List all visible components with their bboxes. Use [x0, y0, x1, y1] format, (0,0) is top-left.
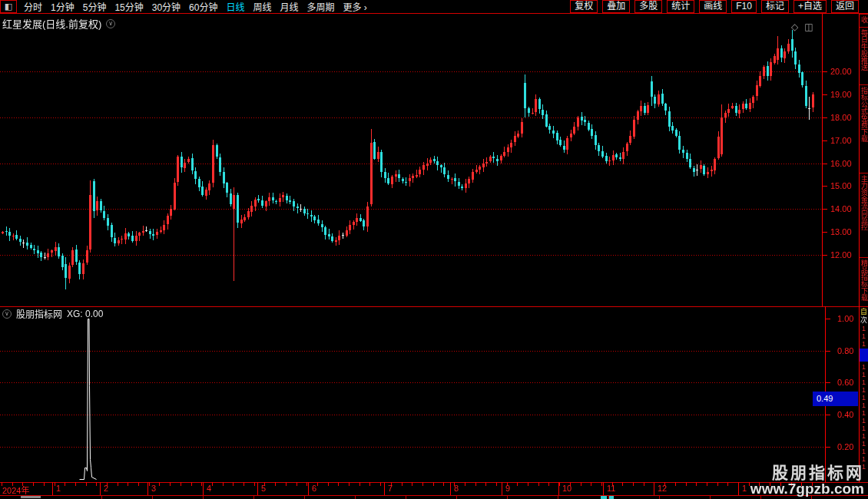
sidebar-vertical-link[interactable]: 每日牛股推送 [860, 27, 868, 84]
sidebar-rank-mark: 1 [860, 340, 868, 348]
indicator-axis-label: 1.00 [837, 314, 859, 323]
month-label: 2 [104, 484, 108, 493]
price-axis-label: 20.00 [830, 67, 856, 76]
month-label: 3 [151, 484, 156, 493]
watermark-url: www.7gpzb.com [750, 481, 864, 497]
sidebar-rank-mark: 1 [860, 325, 868, 332]
sidebar-rank-mark: 1 [860, 363, 868, 371]
chart-corner-icons: ◇ ◫ [791, 21, 813, 32]
month-label: 12 [658, 484, 667, 493]
sidebar-rank-mark: 1 [860, 455, 868, 463]
period-tab[interactable]: 分时 [24, 0, 42, 13]
split-view-icon: ◧ [5, 2, 12, 12]
sidebar-rank-mark: 1 [860, 440, 868, 448]
toolbar-button[interactable]: 标记 [761, 0, 789, 13]
month-label: 11 [607, 484, 615, 493]
price-axis-label: 17.00 [830, 136, 856, 145]
period-tab[interactable]: 日线 [226, 0, 244, 13]
chevron-down-icon[interactable]: ∨ [106, 19, 115, 28]
price-axis-label: 16.00 [830, 159, 856, 168]
indicator-axis-label: 0.20 [837, 442, 859, 451]
chart-canvas[interactable] [0, 0, 868, 499]
sidebar-rank-mark: 1 [860, 394, 868, 402]
period-tab[interactable]: 月线 [280, 0, 299, 13]
chart-title-row: 红星发展(日线.前复权) ∨ [2, 16, 115, 31]
toolbar-button[interactable]: 统计 [667, 0, 694, 13]
layout-toggle-button[interactable]: ◧ [0, 0, 17, 13]
price-axis-label: 12.00 [830, 250, 856, 259]
sidebar-vertical-link[interactable]: 精品指标下载 [860, 257, 868, 306]
sidebar-rank-mark: 1 [860, 378, 868, 386]
period-tab[interactable]: 多周期 [307, 0, 335, 13]
page-title: 红星发展(日线.前复权) [2, 16, 101, 31]
indicator-source-label: 股朋指标网 [16, 307, 62, 320]
current-value-marker: 0.49 [813, 392, 858, 406]
sidebar-vertical-link[interactable]: 主力资金流向监控 [860, 173, 868, 257]
indicator-axis-label: 0.60 [837, 378, 859, 387]
month-label: 5 [261, 484, 266, 493]
price-axis-label: 19.00 [830, 90, 856, 99]
month-label: 1 [56, 484, 61, 493]
sidebar-rank-mark: 1 [860, 425, 868, 432]
chevron-down-icon[interactable]: ∨ [2, 309, 12, 319]
toolbar-button[interactable]: 画线 [699, 0, 727, 13]
price-axis-label: 18.00 [830, 113, 856, 122]
toolbar-button[interactable]: 多股 [634, 0, 662, 13]
sidebar-blue-badge[interactable] [860, 349, 868, 362]
sidebar-rank-mark: 1 [860, 386, 868, 394]
month-label: 4 [207, 484, 211, 493]
sidebar-rank-mark: 1 [860, 432, 868, 440]
sidebar-rank-mark: 1 [860, 409, 868, 417]
sidebar-rank-mark: 1 [860, 402, 868, 409]
indicator-axis-label: 0.40 [837, 410, 859, 419]
price-axis-label: 14.00 [830, 204, 856, 213]
toolbar-button[interactable]: +自选 [793, 0, 827, 13]
month-label: 1 [742, 484, 747, 493]
toolbar-right-buttons: 复权叠加多股统计画线F10标记+自选返回 [570, 0, 859, 13]
sidebar-vertical-link[interactable]: 收藏 [860, 14, 868, 27]
price-axis-label: 15.00 [830, 181, 856, 190]
month-label: 9 [505, 484, 510, 493]
month-label: 6 [312, 484, 316, 493]
watermark: 股朋指标网 www.7gpzb.com [750, 464, 864, 497]
month-label: 8 [454, 484, 459, 493]
indicator-value-label: XG: 0.00 [67, 309, 103, 319]
period-tab[interactable]: 1分钟 [51, 0, 75, 13]
top-toolbar: ◧ 分时1分钟5分钟15分钟30分钟60分钟日线周线月线多周期更多 › 复权叠加… [0, 0, 868, 14]
period-tab[interactable]: 60分钟 [189, 0, 217, 13]
right-sidebar-strip: 收藏每日牛股推送指标公式免费下载主力资金流向监控精品指标下载 [860, 14, 868, 306]
sidebar-rank-mark: 1 [860, 448, 868, 455]
period-tab[interactable]: 周线 [253, 0, 271, 13]
indicator-axis-label: 0.80 [837, 346, 859, 355]
sidebar-vertical-link[interactable]: 指标公式免费下载 [860, 84, 868, 173]
right-sidebar-lower: 自次1111111111111111111 [860, 308, 868, 471]
toolbar-button[interactable]: F10 [731, 0, 757, 13]
sidebar-rank-mark: 1 [860, 417, 868, 425]
month-label: 10 [562, 484, 571, 493]
month-label: 7 [388, 484, 393, 493]
diamond-icon[interactable]: ◇ [791, 21, 798, 32]
period-list: 分时1分钟5分钟15分钟30分钟60分钟日线周线月线多周期更多 › [24, 0, 367, 13]
toolbar-button[interactable]: 复权 [570, 0, 598, 13]
panel-toggle-icon[interactable]: ◫ [804, 21, 813, 32]
sidebar-tag: 自 [860, 308, 868, 316]
period-tab[interactable]: 5分钟 [83, 0, 107, 13]
period-tab[interactable]: 30分钟 [152, 0, 181, 13]
price-axis-label: 13.00 [830, 227, 856, 236]
sidebar-tag: 次 [860, 316, 868, 325]
period-tab[interactable]: 更多 › [343, 0, 367, 13]
x-axis-year-label: 2024年 [2, 484, 29, 496]
toolbar-button[interactable]: 叠加 [602, 0, 630, 13]
watermark-site-name: 股朋指标网 [750, 464, 864, 481]
toolbar-button[interactable]: 返回 [831, 0, 859, 13]
period-tab[interactable]: 15分钟 [114, 0, 143, 13]
sidebar-rank-mark: 1 [860, 332, 868, 340]
sidebar-rank-mark: 1 [860, 371, 868, 378]
indicator-header: ∨ 股朋指标网 XG: 0.00 [2, 307, 103, 320]
